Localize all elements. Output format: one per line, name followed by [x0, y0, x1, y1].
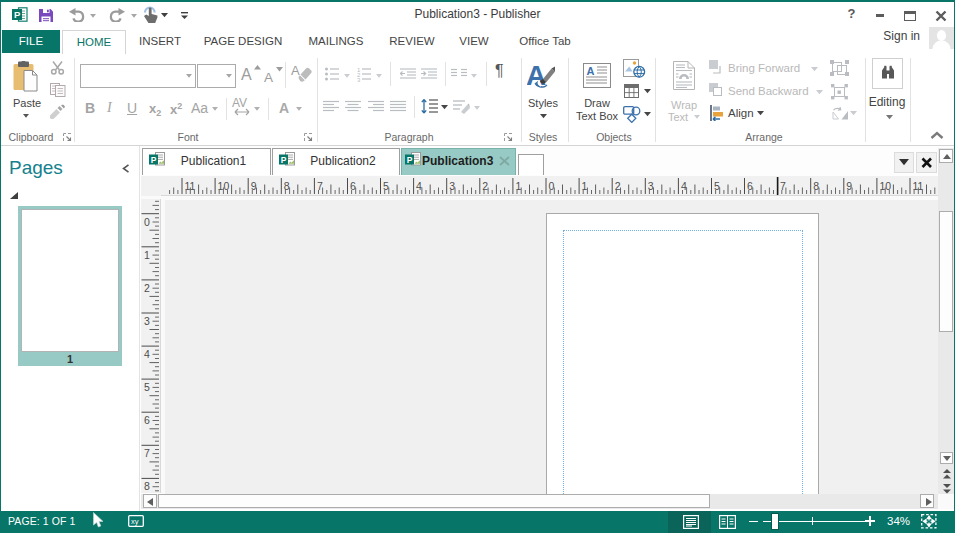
svg-text:7: 7: [780, 180, 786, 192]
svg-text:8: 8: [144, 480, 150, 492]
svg-text:5: 5: [383, 180, 389, 192]
svg-text:7: 7: [317, 180, 323, 192]
svg-text:0: 0: [144, 216, 150, 228]
svg-text:1: 1: [515, 180, 521, 192]
svg-text:4: 4: [144, 348, 150, 360]
svg-text:3: 3: [648, 180, 654, 192]
svg-text:4: 4: [416, 180, 422, 192]
svg-text:6: 6: [350, 180, 356, 192]
svg-text:6: 6: [747, 180, 753, 192]
svg-text:4: 4: [681, 180, 687, 192]
svg-text:11: 11: [185, 180, 196, 192]
svg-text:6: 6: [144, 414, 150, 426]
svg-text:A: A: [587, 65, 595, 77]
svg-text:5: 5: [144, 381, 150, 393]
svg-text:P: P: [281, 155, 287, 165]
svg-text:3: 3: [449, 180, 455, 192]
svg-text:8: 8: [284, 180, 290, 192]
svg-text:2: 2: [482, 180, 488, 192]
svg-text:0: 0: [549, 180, 555, 192]
svg-text:P: P: [407, 155, 413, 165]
svg-text:2: 2: [615, 180, 621, 192]
svg-text:9: 9: [251, 180, 257, 192]
svg-text:3: 3: [144, 315, 150, 327]
svg-text:11: 11: [913, 180, 924, 192]
svg-text:xy: xy: [131, 517, 139, 526]
svg-text:10: 10: [879, 180, 891, 192]
svg-text:8: 8: [813, 180, 819, 192]
svg-text:9: 9: [846, 180, 852, 192]
svg-text:1: 1: [144, 249, 150, 261]
svg-text:P: P: [151, 155, 157, 165]
svg-text:1: 1: [582, 180, 588, 192]
svg-text:5: 5: [714, 180, 720, 192]
svg-text:2: 2: [144, 282, 150, 294]
svg-text:7: 7: [144, 447, 150, 459]
svg-text:3: 3: [357, 77, 361, 83]
svg-text:10: 10: [218, 180, 230, 192]
